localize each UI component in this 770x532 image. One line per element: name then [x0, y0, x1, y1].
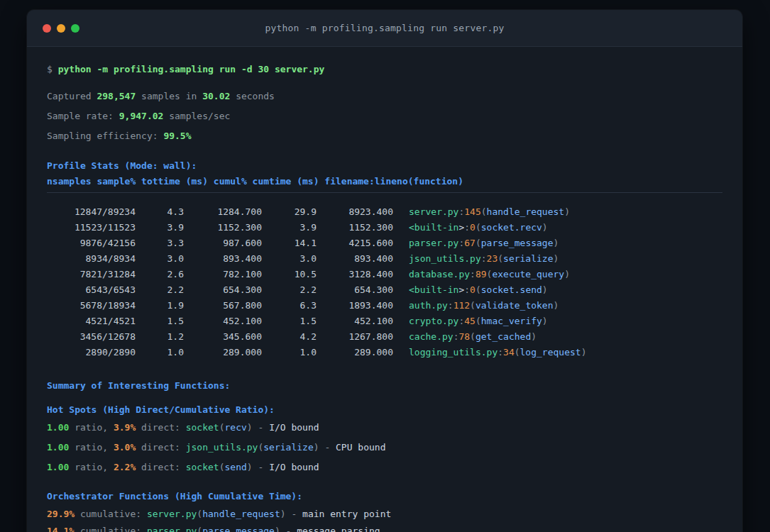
text-span: (	[197, 526, 202, 532]
text-span: (	[475, 316, 481, 326]
text-span: 3.9%	[114, 422, 136, 433]
text-span: ratio,	[69, 422, 114, 433]
text-span: CPU bound	[336, 442, 385, 453]
location-cell: cache.py:78(get_cached)	[409, 329, 722, 345]
terminal-content: $ python -m profiling.sampling run -d 30…	[27, 47, 742, 532]
text-span: message parsing	[297, 526, 380, 532]
cumul-pct-cell: 3.0	[262, 251, 317, 267]
table-row: 2890/2890 1.0 289.000 1.0 289.000 loggin…	[47, 345, 722, 360]
nsamples-cell: 9876/42156	[47, 235, 136, 251]
text-span: socket.send	[481, 284, 542, 295]
minimize-button[interactable]	[57, 24, 65, 33]
close-button[interactable]	[43, 24, 51, 33]
text-span: server.py	[147, 509, 197, 519]
text-span: 0	[470, 284, 475, 295]
text-span: <built-in	[409, 284, 458, 295]
sampling-efficiency-line: Sampling efficiency: 99.5%	[47, 129, 722, 143]
nsamples-cell: 7821/31284	[47, 267, 136, 282]
cumtime-cell: 893.400	[317, 251, 393, 267]
text-span: )	[581, 347, 587, 358]
column-gap	[393, 298, 409, 314]
summary-heading: Summary of Interesting Functions:	[47, 379, 722, 393]
sample-pct-cell: 3.9	[136, 220, 184, 235]
profile-table: 12847/89234 4.3 1284.700 29.9 8923.400 s…	[47, 204, 722, 360]
text-span: handle_request	[202, 509, 280, 519]
text-span: (	[475, 222, 481, 233]
cumtime-cell: 1152.300	[317, 220, 393, 235]
text-span: json_utils.py	[409, 253, 481, 264]
cumul-pct-cell: 29.9	[262, 204, 317, 220]
text-span: 30.02	[202, 91, 230, 101]
text-span: (	[515, 347, 520, 358]
orchestrators-heading: Orchestrator Functions (High Cumulative …	[47, 489, 722, 504]
nsamples-cell: 5678/18934	[47, 298, 136, 314]
text-span: I/O bound	[269, 462, 319, 472]
location-cell: database.py:89(execute_query)	[409, 267, 722, 282]
table-row: 11523/11523 3.9 1152.300 3.9 1152.300 <b…	[47, 220, 722, 235]
text-span: 9,947.02	[119, 111, 164, 121]
column-gap	[393, 204, 409, 220]
table-row: 4521/4521 1.5 452.100 1.5 452.100 crypto…	[47, 314, 722, 329]
text-span: socket	[186, 462, 219, 472]
cumtime-cell: 289.000	[317, 345, 393, 360]
text-span: get_cached	[475, 331, 531, 342]
sample-pct-cell: 2.6	[136, 267, 184, 282]
text-span: cache.py	[409, 331, 453, 342]
text-span: hmac_verify	[481, 316, 542, 326]
text-span: send	[225, 462, 247, 472]
text-span: ) -	[275, 526, 297, 532]
table-row: 12847/89234 4.3 1284.700 29.9 8923.400 s…	[47, 204, 722, 220]
cumtime-cell: 4215.600	[317, 235, 393, 251]
text-span: direct:	[136, 422, 185, 433]
text-span: (	[497, 253, 503, 264]
nsamples-cell: 6543/6543	[47, 282, 136, 298]
nsamples-cell: 2890/2890	[47, 345, 136, 360]
maximize-button[interactable]	[71, 24, 79, 33]
text-span: Sampling efficiency:	[47, 131, 163, 141]
column-gap	[393, 235, 409, 251]
text-span: )	[554, 300, 559, 311]
location-cell: json_utils.py:23(serialize)	[409, 251, 722, 267]
text-span: parse_message	[202, 526, 275, 532]
orchestrator-line: 14.1% cumulative: parser.py(parse_messag…	[47, 524, 722, 532]
text-span: 3.0%	[114, 442, 136, 453]
tottime-cell: 987.600	[184, 235, 262, 251]
text-span: Sample rate:	[47, 111, 119, 121]
text-span: socket	[186, 422, 219, 433]
sample-pct-cell: 3.3	[136, 235, 184, 251]
text-span: database.py	[409, 269, 470, 279]
command-line: $ python -m profiling.sampling run -d 30…	[47, 62, 722, 77]
text-span: 2.2%	[114, 462, 136, 472]
text-span: 78	[458, 331, 470, 342]
text-span: )	[542, 316, 548, 326]
text-span: 145	[464, 206, 480, 217]
text-span: parse_message	[481, 238, 554, 248]
table-row: 7821/31284 2.6 782.100 10.5 3128.400 dat…	[47, 267, 722, 282]
cumul-pct-cell: 2.2	[262, 282, 317, 298]
sample-pct-cell: 1.2	[136, 329, 184, 345]
text-span: :	[470, 269, 475, 279]
text-span: direct:	[136, 442, 185, 453]
titlebar: python -m profiling.sampling run server.…	[27, 10, 742, 47]
profile-stats-heading: Profile Stats (Mode: wall):	[47, 159, 722, 173]
text-span: serialize	[503, 253, 553, 264]
text-span: 34	[503, 347, 515, 358]
cumul-pct-cell: 6.3	[262, 298, 317, 314]
text-span: crypto.py	[409, 316, 458, 326]
table-divider	[47, 192, 722, 193]
sample-pct-cell: 1.0	[136, 345, 184, 360]
text-span: cumulative:	[75, 526, 147, 532]
text-span: cumulative:	[75, 509, 147, 519]
text-span: ) -	[314, 442, 336, 453]
text-span: samples in	[136, 91, 202, 101]
sample-pct-cell: 4.3	[136, 204, 184, 220]
text-span: 1.00	[47, 422, 69, 433]
text-span: 0	[470, 222, 475, 233]
text-span: logging_utils.py	[409, 347, 497, 358]
text-span: (	[481, 206, 487, 217]
text-span: recv	[225, 422, 247, 433]
text-span: 1.00	[47, 442, 69, 453]
sample-rate-line: Sample rate: 9,947.02 samples/sec	[47, 109, 722, 123]
text-span: I/O bound	[269, 422, 319, 433]
cumtime-cell: 1267.800	[317, 329, 393, 345]
